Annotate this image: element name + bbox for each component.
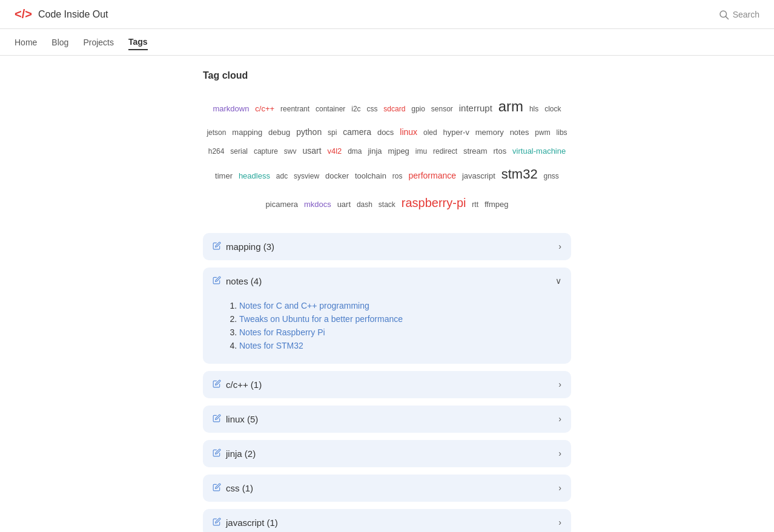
tag-cloud-item[interactable]: libs xyxy=(557,128,567,137)
tag-article-link[interactable]: Notes for STM32 xyxy=(239,341,303,350)
pencil-icon xyxy=(213,276,221,286)
tag-cloud-item[interactable]: pwm xyxy=(535,128,550,137)
tag-cloud-item[interactable]: i2c xyxy=(351,105,360,113)
tag-cloud-item[interactable]: rtt xyxy=(472,200,478,209)
tag-cloud-item[interactable]: clock xyxy=(544,105,561,113)
tag-article-link[interactable]: Notes for C and C++ programming xyxy=(239,301,369,310)
tag-cloud-item[interactable]: docker xyxy=(325,171,349,180)
tag-section-label: linux (5) xyxy=(226,414,558,424)
tag-cloud-item[interactable]: hyper-v xyxy=(443,128,469,137)
tag-section-header-mapping[interactable]: mapping (3)› xyxy=(203,233,571,260)
list-item: Notes for C and C++ programming xyxy=(239,301,561,310)
tag-cloud-item[interactable]: adc xyxy=(276,172,288,180)
tag-cloud-item[interactable]: sdcard xyxy=(383,105,405,113)
tag-section-header-css[interactable]: css (1)› xyxy=(203,475,571,502)
tag-cloud-item[interactable]: imu xyxy=(415,147,427,156)
tag-cloud-item[interactable]: performance xyxy=(408,171,456,180)
tag-cloud-item[interactable]: debug xyxy=(268,128,290,137)
tag-cloud-item[interactable]: markdown xyxy=(213,104,249,113)
tag-cloud-item[interactable]: serial xyxy=(230,147,248,156)
tag-cloud-item[interactable]: hls xyxy=(529,105,538,113)
tag-section-label: mapping (3) xyxy=(226,241,558,252)
tag-cloud-item[interactable]: uart xyxy=(337,200,351,209)
tag-cloud-item[interactable]: linux xyxy=(400,127,417,137)
tag-cloud-item[interactable]: jinja xyxy=(368,146,382,156)
nav-projects[interactable]: Projects xyxy=(83,35,114,50)
pencil-icon xyxy=(213,448,221,459)
main-content: Tag cloud markdown c/c++ reentrant conta… xyxy=(193,56,581,532)
tag-cloud-item[interactable]: gpio xyxy=(411,105,425,113)
tag-cloud-item[interactable]: reentrant xyxy=(280,105,309,113)
nav-tags[interactable]: Tags xyxy=(128,34,148,50)
tag-article-link[interactable]: Tweaks on Ubuntu for a better performanc… xyxy=(239,314,403,324)
tag-sections: mapping (3)›notes (4)∨Notes for C and C+… xyxy=(203,233,571,532)
nav-home[interactable]: Home xyxy=(15,35,37,50)
tag-cloud-item[interactable]: sensor xyxy=(431,105,453,113)
tag-cloud-item[interactable]: capture xyxy=(254,147,278,156)
tag-cloud-item[interactable]: v4l2 xyxy=(327,146,342,156)
pencil-icon xyxy=(213,241,221,252)
tag-cloud-item[interactable]: memory xyxy=(475,128,504,137)
tag-section-chevron: › xyxy=(558,483,561,493)
tag-cloud-item[interactable]: javascript xyxy=(462,171,495,180)
tag-cloud-item[interactable]: dash xyxy=(357,200,372,209)
logo-area: </> Code Inside Out xyxy=(15,7,108,21)
tag-cloud-item[interactable]: notes xyxy=(510,128,529,137)
tag-cloud-item[interactable]: mjpeg xyxy=(388,146,409,156)
pencil-icon xyxy=(213,379,221,390)
tag-cloud-item[interactable]: toolchain xyxy=(355,171,386,180)
tag-section-javascript: javascript (1)› xyxy=(203,509,571,532)
tag-section-jinja: jinja (2)› xyxy=(203,440,571,467)
tag-section-label: jinja (2) xyxy=(226,448,558,459)
tag-cloud-item[interactable]: raspberry-pi xyxy=(402,196,466,209)
list-item: Tweaks on Ubuntu for a better performanc… xyxy=(239,314,561,324)
tag-cloud-item[interactable]: dma xyxy=(348,147,362,156)
tag-cloud-item[interactable]: timer xyxy=(215,171,233,180)
tag-cloud-item[interactable]: headless xyxy=(239,171,270,180)
tag-cloud-item[interactable]: stm32 xyxy=(501,166,538,182)
tag-cloud-item[interactable]: oled xyxy=(423,128,437,137)
nav-blog[interactable]: Blog xyxy=(51,35,68,50)
tag-section-body-notes: Notes for C and C++ programmingTweaks on… xyxy=(203,295,571,364)
tag-cloud-item[interactable]: interrupt xyxy=(459,103,492,113)
tag-section-header-javascript[interactable]: javascript (1)› xyxy=(203,509,571,532)
tag-cloud-item[interactable]: usart xyxy=(302,146,321,156)
tag-section-chevron: ∨ xyxy=(555,276,561,286)
tag-cloud-item[interactable]: python xyxy=(296,127,322,137)
tag-cloud-item[interactable]: virtual-machine xyxy=(512,146,566,156)
tag-cloud-item[interactable]: camera xyxy=(343,127,371,137)
tag-cloud-item[interactable]: mapping xyxy=(232,128,262,137)
tag-cloud-item[interactable]: mkdocs xyxy=(304,200,331,209)
tag-cloud-item[interactable]: rtos xyxy=(494,146,507,156)
tag-cloud-item[interactable]: swv xyxy=(284,147,297,156)
tag-cloud: markdown c/c++ reentrant container i2c c… xyxy=(203,91,571,216)
tag-section-label: javascript (1) xyxy=(226,517,558,528)
tag-cloud-item[interactable]: sysview xyxy=(294,172,319,180)
tag-cloud-item[interactable]: c/c++ xyxy=(255,104,274,113)
tag-cloud-item[interactable]: stack xyxy=(379,200,395,209)
tag-cloud-item[interactable]: jetson xyxy=(207,128,226,137)
tag-cloud-item[interactable]: ffmpeg xyxy=(485,200,509,209)
tag-section-header-notes[interactable]: notes (4)∨ xyxy=(203,268,571,295)
tag-section-header-linux[interactable]: linux (5)› xyxy=(203,406,571,433)
tag-section-chevron: › xyxy=(558,448,561,458)
tag-cloud-item[interactable]: container xyxy=(316,105,345,113)
tag-cloud-item[interactable]: spi xyxy=(328,128,337,137)
tag-cloud-item[interactable]: docs xyxy=(377,128,394,137)
tag-article-link[interactable]: Notes for Raspberry Pi xyxy=(239,327,325,337)
tag-section-css: css (1)› xyxy=(203,475,571,502)
tag-cloud-item[interactable]: ros xyxy=(392,172,403,180)
tag-section-chevron: › xyxy=(558,379,561,389)
tag-section-header-jinja[interactable]: jinja (2)› xyxy=(203,440,571,467)
tag-cloud-item[interactable]: redirect xyxy=(433,147,457,156)
tag-cloud-item[interactable]: h264 xyxy=(208,147,225,156)
tag-cloud-item[interactable]: gnss xyxy=(544,172,559,180)
search-area[interactable]: Search xyxy=(718,9,759,20)
tag-cloud-item[interactable]: picamera xyxy=(266,200,298,209)
tag-cloud-item[interactable]: arm xyxy=(498,98,523,114)
tag-cloud-item[interactable]: stream xyxy=(463,146,488,156)
tag-section-header-c-cpp[interactable]: c/c++ (1)› xyxy=(203,371,571,398)
tag-cloud-item[interactable]: css xyxy=(366,105,377,113)
site-title: Code Inside Out xyxy=(38,9,108,20)
svg-line-1 xyxy=(726,16,728,19)
